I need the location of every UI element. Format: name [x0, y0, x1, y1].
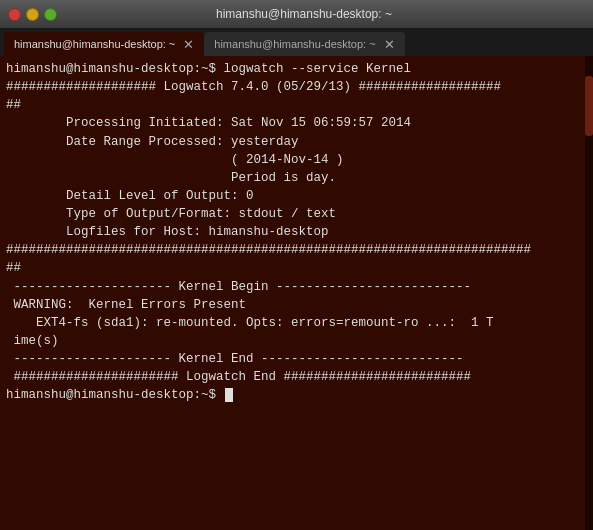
terminal-line-23: ###################### Logwatch End ####… [6, 368, 587, 386]
terminal-line-3: ## [6, 96, 587, 114]
tab-bar: himanshu@himanshu-desktop: ~ ✕ himanshu@… [0, 28, 593, 56]
terminal-line-20: --------------------- Kernel End -------… [6, 350, 587, 368]
tab-0-close[interactable]: ✕ [183, 37, 194, 52]
terminal-line-11: ########################################… [6, 241, 587, 259]
terminal-line-10: Logfiles for Host: himanshu-desktop [6, 223, 587, 241]
terminal-content: himanshu@himanshu-desktop:~$ logwatch --… [6, 60, 587, 404]
terminal-line-5: Date Range Processed: yesterday [6, 133, 587, 151]
terminal-area[interactable]: himanshu@himanshu-desktop:~$ logwatch --… [0, 56, 593, 530]
tab-1-label: himanshu@himanshu-desktop: ~ [214, 38, 375, 50]
scrollbar[interactable] [585, 56, 593, 530]
close-button[interactable] [8, 8, 21, 21]
tab-1[interactable]: himanshu@himanshu-desktop: ~ ✕ [204, 32, 404, 56]
terminal-line-0: himanshu@himanshu-desktop:~$ logwatch --… [6, 60, 587, 78]
scrollbar-thumb[interactable] [585, 76, 593, 136]
minimize-button[interactable] [26, 8, 39, 21]
tab-0-label: himanshu@himanshu-desktop: ~ [14, 38, 175, 50]
title-bar: himanshu@himanshu-desktop: ~ [0, 0, 593, 28]
tab-1-close[interactable]: ✕ [384, 37, 395, 52]
terminal-line-16: WARNING: Kernel Errors Present [6, 296, 587, 314]
window-title: himanshu@himanshu-desktop: ~ [63, 7, 545, 21]
maximize-button[interactable] [44, 8, 57, 21]
terminal-line-2: #################### Logwatch 7.4.0 (05/… [6, 78, 587, 96]
terminal-line-4: Processing Initiated: Sat Nov 15 06:59:5… [6, 114, 587, 132]
terminal-line-17: EXT4-fs (sda1): re-mounted. Opts: errors… [6, 314, 587, 332]
terminal-cursor [225, 388, 233, 402]
terminal-line-12: ## [6, 259, 587, 277]
window-buttons [8, 8, 57, 21]
terminal-line-9: Type of Output/Format: stdout / text [6, 205, 587, 223]
terminal-line-7: Period is day. [6, 169, 587, 187]
terminal-line-25: himanshu@himanshu-desktop:~$ [6, 386, 587, 404]
terminal-line-18: ime(s) [6, 332, 587, 350]
terminal-line-8: Detail Level of Output: 0 [6, 187, 587, 205]
terminal-line-6: ( 2014-Nov-14 ) [6, 151, 587, 169]
terminal-line-14: --------------------- Kernel Begin -----… [6, 278, 587, 296]
tab-0[interactable]: himanshu@himanshu-desktop: ~ ✕ [4, 32, 204, 56]
